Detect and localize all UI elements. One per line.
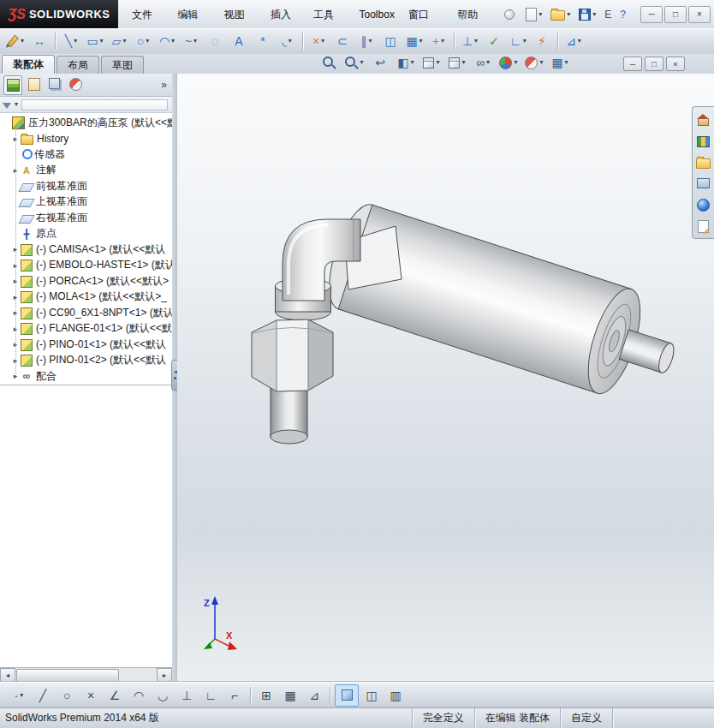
- expander-icon[interactable]: ▸: [10, 166, 21, 175]
- ellipse-button[interactable]: ◌: [204, 31, 226, 51]
- length-snap-button[interactable]: ▦: [279, 685, 301, 706]
- line-filter-button[interactable]: ╱: [32, 685, 54, 706]
- move-entities-button[interactable]: +▾: [427, 31, 449, 51]
- sketch-button[interactable]: ▾: [4, 31, 27, 51]
- mirror-entities-button[interactable]: ◫: [379, 31, 402, 51]
- print-button[interactable]: E: [602, 7, 614, 22]
- appearances-scenes-button[interactable]: [695, 197, 712, 212]
- minimize-button[interactable]: ─: [640, 6, 663, 23]
- dropdown-arrow-icon[interactable]: ▾: [74, 38, 77, 45]
- tree-item[interactable]: ▸(-) CAMISA<1> (默认<<默认: [0, 242, 172, 258]
- dropdown-arrow-icon[interactable]: ▾: [523, 38, 527, 45]
- h-v-snap-button[interactable]: ∟: [199, 685, 222, 706]
- tree-item[interactable]: ▸∞配合: [0, 368, 172, 385]
- tab-assembly[interactable]: 装配体: [2, 55, 55, 74]
- home-button[interactable]: [695, 111, 712, 127]
- circle-button[interactable]: ○▾: [132, 31, 154, 51]
- grid-snap-button[interactable]: ⌐: [223, 685, 246, 706]
- menu-item-5[interactable]: Toolbox: [353, 5, 402, 24]
- tree-item[interactable]: ▸(-) FLANGE-01<1> (默认<<默: [0, 321, 172, 337]
- previous-view-button[interactable]: ↩: [369, 52, 391, 73]
- filter-dropdown-arrow-icon[interactable]: ▾: [15, 101, 18, 108]
- straight-slot-button[interactable]: ▱▾: [108, 31, 130, 51]
- offset-entities-button[interactable]: ∥▾: [355, 31, 378, 51]
- model-hex-nut[interactable]: [252, 319, 333, 391]
- tree-item[interactable]: ▸(-) EMBOLO-HASTE<1> (默认: [0, 258, 172, 274]
- dropdown-arrow-icon[interactable]: ▾: [419, 38, 423, 45]
- centerpoint-arc-button[interactable]: ◠▾: [156, 31, 178, 51]
- nearest-snap-button[interactable]: ◠: [128, 685, 150, 706]
- graphics-viewport[interactable]: Z X: [177, 74, 714, 682]
- scroll-right-arrow-icon[interactable]: ▸: [157, 668, 172, 683]
- menu-item-3[interactable]: 插入(I): [264, 5, 306, 24]
- instant2d-button[interactable]: ⊿▾: [562, 31, 585, 51]
- view-orientation-button[interactable]: ▾: [420, 52, 443, 73]
- dropdown-arrow-icon[interactable]: ▾: [592, 11, 596, 18]
- text-button[interactable]: A: [228, 31, 250, 51]
- smart-dimension-button[interactable]: ↔: [28, 31, 51, 51]
- hidden-lines-visible-button[interactable]: ◫: [360, 685, 383, 706]
- spline-button[interactable]: ~▾: [180, 31, 202, 51]
- custom-properties-button[interactable]: [695, 218, 712, 234]
- menu-item-2[interactable]: 视图(V): [217, 5, 264, 24]
- dropdown-arrow-icon[interactable]: ▾: [461, 59, 465, 66]
- intersection-snap-button[interactable]: ×: [80, 685, 102, 706]
- zoom-area-button[interactable]: ▾: [343, 52, 366, 73]
- quick-snaps-button[interactable]: ∟▾: [507, 31, 529, 51]
- dropdown-arrow-icon[interactable]: ▾: [368, 38, 372, 45]
- dropdown-arrow-icon[interactable]: ▾: [441, 38, 444, 45]
- scroll-left-arrow-icon[interactable]: ◂: [0, 668, 15, 683]
- model-pino-pipe[interactable]: [271, 384, 307, 444]
- dropdown-arrow-icon[interactable]: ▾: [122, 38, 126, 45]
- new-document-button[interactable]: ▾: [523, 6, 544, 23]
- tangent-snap-button[interactable]: ◡: [152, 685, 174, 706]
- menu-item-7[interactable]: 帮助(H): [450, 5, 497, 24]
- repair-sketch-button[interactable]: ✓: [483, 31, 505, 51]
- filter-funnel-icon[interactable]: [3, 103, 11, 109]
- expander-icon[interactable]: ▸: [10, 293, 21, 301]
- dropdown-arrow-icon[interactable]: ▾: [193, 38, 197, 45]
- model-camisa-cylinder[interactable]: [318, 199, 688, 412]
- doc-restore-button[interactable]: □: [645, 57, 663, 71]
- menu-item-1[interactable]: 编辑(E): [171, 5, 217, 24]
- expander-icon[interactable]: ▸: [10, 372, 21, 380]
- expander-icon[interactable]: ▸: [10, 340, 21, 349]
- help-button[interactable]: ?: [617, 7, 628, 22]
- panel-horizontal-scrollbar[interactable]: ◂ ▸: [0, 667, 172, 682]
- wireframe-button[interactable]: ▥: [384, 685, 407, 706]
- configurationmanager-button[interactable]: [46, 75, 63, 93]
- close-button[interactable]: ×: [688, 6, 711, 23]
- dropdown-arrow-icon[interactable]: ▾: [20, 692, 23, 699]
- apply-scene-button[interactable]: ▾: [523, 52, 545, 73]
- tree-split-divider[interactable]: [0, 385, 172, 389]
- trim-entities-button[interactable]: ×▾: [307, 31, 330, 51]
- dropdown-arrow-icon[interactable]: ▾: [578, 38, 581, 45]
- expander-icon[interactable]: ▸: [10, 277, 21, 285]
- convert-entities-button[interactable]: ⊂: [331, 31, 354, 51]
- tree-item[interactable]: ▸(-) PINO-01<2> (默认<<默认: [0, 353, 172, 369]
- zoom-fit-button[interactable]: [318, 52, 340, 73]
- scrollbar-thumb[interactable]: [16, 669, 119, 682]
- dropdown-arrow-icon[interactable]: ▾: [171, 38, 175, 45]
- dropdown-arrow-icon[interactable]: ▾: [289, 38, 292, 45]
- section-view-button[interactable]: ◧▾: [395, 52, 417, 73]
- restore-button[interactable]: □: [664, 6, 687, 23]
- tree-item[interactable]: ╋原点: [0, 226, 172, 242]
- expander-icon[interactable]: ▸: [10, 356, 21, 365]
- rapid-sketch-button[interactable]: ⚡: [531, 31, 553, 51]
- dropdown-arrow-icon[interactable]: ▾: [486, 59, 490, 66]
- expander-icon[interactable]: ▸: [10, 261, 21, 270]
- featuremanager-design-tree-button[interactable]: [3, 75, 22, 95]
- tree-item[interactable]: ▸History: [0, 131, 172, 147]
- corner-rectangle-button[interactable]: ▭▾: [84, 31, 106, 51]
- view-settings-button[interactable]: ▦▾: [549, 52, 571, 73]
- dropdown-arrow-icon[interactable]: ▾: [21, 38, 24, 45]
- point-filter-button[interactable]: ·▾: [8, 685, 30, 706]
- tree-filter-input[interactable]: [21, 99, 168, 110]
- menu-item-4[interactable]: 工具(T): [306, 5, 353, 24]
- save-button[interactable]: ▾: [576, 7, 598, 22]
- assembly-3d-view[interactable]: Z X: [177, 74, 714, 682]
- dropdown-arrow-icon[interactable]: ▾: [100, 38, 104, 45]
- point-button[interactable]: *: [252, 31, 274, 51]
- file-explorer-button[interactable]: [695, 154, 712, 170]
